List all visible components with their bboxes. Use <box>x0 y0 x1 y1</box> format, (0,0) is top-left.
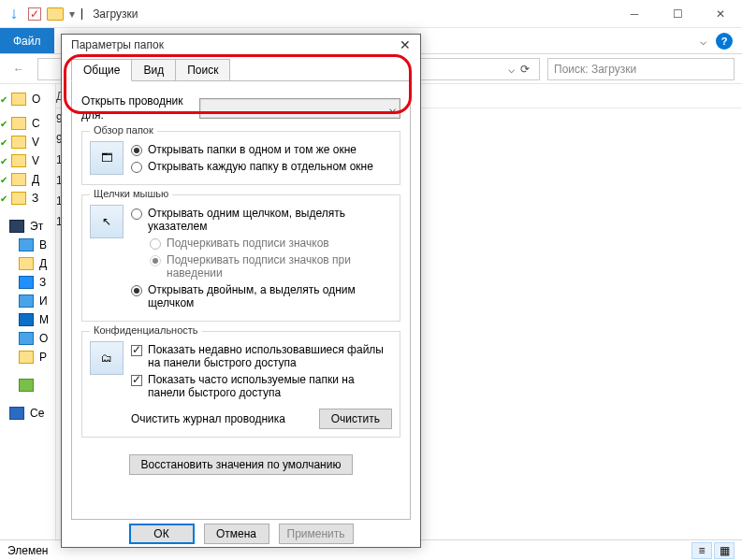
download-arrow-icon: ↓ <box>6 6 22 22</box>
click-icon: ↖ <box>90 205 124 238</box>
minimize-button[interactable]: ─ <box>613 0 656 28</box>
help-icon[interactable]: ? <box>716 33 733 50</box>
radio-underline-hover: Подчеркивать подписи значков при наведен… <box>150 251 392 281</box>
check-frequent-folders[interactable]: Показать часто используемые папки на пан… <box>131 371 392 401</box>
file-tab[interactable]: Файл <box>0 28 54 53</box>
refresh-button[interactable]: ⟳ <box>515 63 535 76</box>
group-title: Щелчки мышью <box>90 188 172 199</box>
cancel-button[interactable]: Отмена <box>204 524 269 544</box>
separator: | <box>80 0 83 28</box>
search-placeholder: Поиск: Загрузки <box>554 63 636 76</box>
apply-button[interactable]: Применить <box>279 524 354 544</box>
folder-icon <box>11 154 26 167</box>
folder-icon <box>19 257 34 270</box>
check-recent-files[interactable]: Показать недавно использовавшиеся файлы … <box>131 341 392 371</box>
dialog-titlebar: Параметры папок ✕ <box>62 35 420 54</box>
radio-single-click[interactable]: Открывать одним щелчком, выделять указат… <box>131 205 392 235</box>
group-title: Обзор папок <box>90 124 157 136</box>
search-box[interactable]: Поиск: Загрузки <box>547 58 735 80</box>
desktop-icon <box>19 351 34 364</box>
drive-icon <box>19 379 34 392</box>
tab-view[interactable]: Вид <box>131 59 176 81</box>
network-icon <box>9 407 24 420</box>
radio-new-window[interactable]: Открывать каждую папку в отдельном окне <box>131 158 392 175</box>
title-bar: ↓ ✓ ▾ | Загрузки ─ ☐ ✕ <box>0 0 742 28</box>
dialog-title: Параметры папок <box>71 38 164 51</box>
browse-folders-group: Обзор папок 🗔 Открывать папки в одном и … <box>81 131 400 185</box>
privacy-icon: 🗂 <box>90 341 124 375</box>
video-icon <box>19 238 34 251</box>
music-icon <box>19 313 34 326</box>
tab-search[interactable]: Поиск <box>175 59 230 81</box>
status-text: Элемен <box>7 544 48 557</box>
checkbox-icon[interactable]: ✓ <box>28 7 41 21</box>
pc-icon <box>9 220 24 233</box>
dialog-buttons: ОК Отмена Применить <box>62 520 420 547</box>
thumbnails-view-button[interactable]: ▦ <box>714 542 735 559</box>
folder-icon <box>11 117 26 130</box>
tab-content: Открыть проводник для: ⌵ Обзор папок 🗔 О… <box>71 80 411 520</box>
expand-ribbon-icon[interactable]: ⌵ <box>700 35 706 48</box>
tab-general[interactable]: Общие <box>71 59 132 81</box>
radio-double-click[interactable]: Открывать двойным, а выделять одним щелч… <box>131 281 392 311</box>
open-explorer-label: Открыть проводник для: <box>81 94 194 122</box>
group-title: Конфиденциальность <box>90 324 202 336</box>
click-items-group: Щелчки мышью ↖ Открывать одним щелчком, … <box>81 194 400 322</box>
restore-defaults-button[interactable]: Восстановить значения по умолчанию <box>129 454 354 475</box>
radio-underline-always: Подчеркивать подписи значков <box>150 235 392 251</box>
details-view-button[interactable]: ≡ <box>691 542 712 559</box>
back-button[interactable]: ← <box>7 58 30 80</box>
privacy-group: Конфиденциальность 🗂 Показать недавно ис… <box>81 331 400 438</box>
3d-icon <box>19 332 34 345</box>
close-button[interactable]: ✕ <box>699 0 742 28</box>
open-explorer-combo[interactable]: ⌵ <box>199 98 400 119</box>
pictures-icon <box>19 294 34 308</box>
folder-options-dialog: Параметры папок ✕ Общие Вид Поиск Открыт… <box>61 34 421 548</box>
qat-dropdown-icon[interactable]: ▾ <box>69 7 75 21</box>
window-title: Загрузки <box>89 7 138 21</box>
clear-button[interactable]: Очистить <box>319 409 392 429</box>
dialog-tabstrip: Общие Вид Поиск <box>71 59 411 81</box>
chevron-down-icon: ⌵ <box>389 102 396 115</box>
radio-same-window[interactable]: Открывать папки в одном и том же окне <box>131 141 392 158</box>
maximize-button[interactable]: ☐ <box>656 0 699 28</box>
dialog-close-button[interactable]: ✕ <box>400 37 411 52</box>
folder-icon <box>11 136 26 149</box>
quick-access-toolbar: ↓ ✓ ▾ | <box>0 0 89 28</box>
folder-icon <box>11 93 26 106</box>
address-dropdown-icon[interactable]: ⌵ <box>508 63 515 76</box>
ok-button[interactable]: ОК <box>129 524 195 544</box>
window-controls: ─ ☐ ✕ <box>613 0 742 28</box>
browse-folders-icon: 🗔 <box>90 141 124 175</box>
folder-icon <box>11 192 26 205</box>
folder-icon <box>47 7 64 21</box>
downloads-icon <box>19 276 34 289</box>
nav-pane[interactable]: ✔О ✔С ✔V ✔V ✔Д ✔З Эт В Д З И М О Р Се <box>0 84 56 539</box>
folder-icon <box>11 173 26 186</box>
clear-history-label: Очистить журнал проводника <box>131 412 310 425</box>
